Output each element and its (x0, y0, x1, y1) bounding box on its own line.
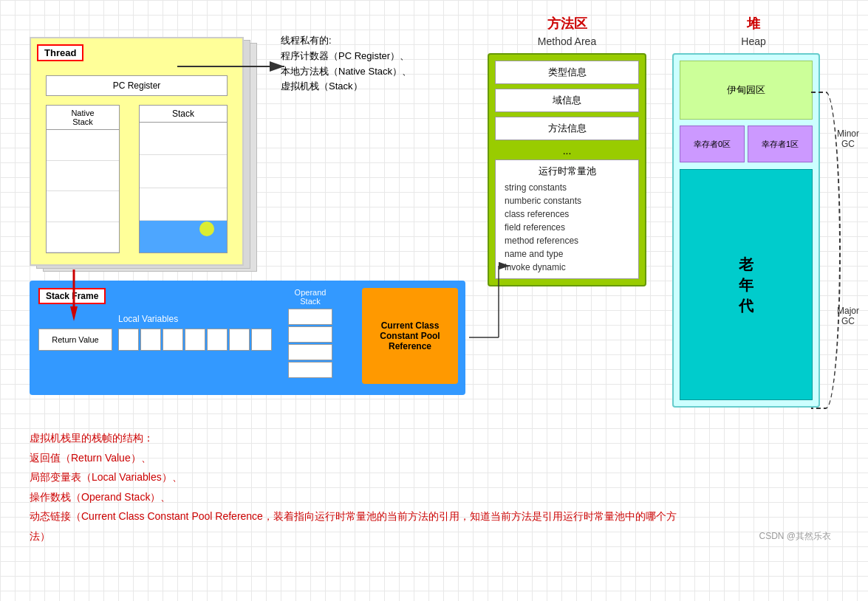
stack-rows (140, 123, 227, 253)
main-container: Thread PC Register NativeStack (0, 0, 868, 601)
stack-area: Stack (139, 105, 228, 253)
method-area-box: 类型信息 域信息 方法信息 ... 运行时常量池 string constant… (488, 53, 646, 286)
watermark: CSDN @其然乐衣 (759, 530, 831, 543)
stack-row (140, 155, 227, 188)
current-class-label: Current ClassConstant PoolReference (380, 320, 440, 351)
survivor-1-label: 幸存者1区 (762, 139, 799, 150)
operand-cells (288, 309, 332, 378)
pc-register: PC Register (46, 75, 228, 96)
native-stack-row (47, 222, 119, 253)
annotation-title: 线程私有的: (281, 33, 411, 49)
lv-cell-3 (163, 329, 183, 351)
lv-cell-1 (118, 329, 139, 351)
content-area: Thread PC Register NativeStack (15, 15, 853, 554)
lv-cell-5 (207, 329, 228, 351)
method-area-section: 方法区 Method Area 类型信息 域信息 方法信息 ... 运行时常量池… (488, 15, 646, 406)
heap-title-en: Heap (672, 35, 835, 47)
return-value-box: Return Value (38, 329, 112, 351)
old-gen: 老年代 (680, 169, 813, 400)
pool-item-field: field references (502, 221, 632, 234)
op-cell-2 (288, 326, 332, 343)
pool-item-numeric: numberic constants (502, 194, 632, 207)
native-stack-row (47, 130, 119, 161)
local-vars-cells (118, 329, 272, 351)
annotation-item-3: 虚拟机栈（Stack） (281, 79, 411, 95)
lv-cell-4 (185, 329, 205, 351)
runtime-pool-title: 运行时常量池 (502, 165, 632, 178)
ma-item-type: 类型信息 (495, 61, 639, 84)
pool-item-invoke: invoke dynamic (502, 261, 632, 274)
stack-frame-box: Stack Frame Local Variables Return Value (30, 281, 465, 395)
method-area-title-en: Method Area (488, 35, 646, 47)
diagram-area: Thread PC Register NativeStack (15, 15, 853, 428)
survivor-row: 幸存者0区 幸存者1区 (680, 126, 813, 162)
op-cell-3 (288, 344, 332, 360)
thread-annotation: 线程私有的: 程序计数器（PC Register）、 本地方法栈（Native … (281, 33, 411, 95)
annotation-item-2: 本地方法栈（Native Stack）、 (281, 64, 411, 80)
desc-line4: 操作数栈（Operand Stack）、 (30, 487, 694, 507)
runtime-pool-box: 运行时常量池 string constants numberic constan… (495, 159, 639, 279)
native-stack-label: NativeStack (47, 106, 119, 130)
ma-dots: ... (495, 145, 639, 157)
heap-title-cn: 堆 (672, 15, 835, 32)
ma-item-field: 域信息 (495, 89, 639, 112)
stack-row (140, 188, 227, 221)
stack-row (140, 123, 227, 155)
stack-frame-label: Stack Frame (38, 288, 106, 304)
local-variables-label: Local Variables (118, 314, 178, 324)
gc-label-minor: MinorGC (837, 128, 859, 149)
heap-box: 伊甸园区 幸存者0区 幸存者1区 老年代 (672, 53, 820, 408)
annotation-item-1: 程序计数器（PC Register）、 (281, 49, 411, 64)
heap-section: 堆 Heap 伊甸园区 幸存者0区 幸存者1区 老年代 (672, 15, 835, 406)
cursor-indicator (199, 221, 214, 236)
native-stack-row (47, 161, 119, 192)
pool-item-class: class references (502, 207, 632, 221)
old-gen-label: 老年代 (739, 254, 753, 316)
current-class-box: Current ClassConstant PoolReference (362, 288, 458, 384)
pool-item-method: method references (502, 234, 632, 247)
pool-item-string: string constants (502, 181, 632, 194)
lv-cell-2 (140, 329, 161, 351)
thread-label: Thread (37, 44, 83, 61)
desc-line5: 动态链接（Current Class Constant Pool Referen… (30, 506, 694, 546)
operand-stack-box: OperandStack (288, 288, 332, 378)
operand-stack-title: OperandStack (288, 288, 332, 306)
native-stack-rows (47, 130, 119, 253)
ma-item-method: 方法信息 (495, 117, 639, 140)
native-stack-row (47, 191, 119, 222)
desc-line1: 虚拟机栈里的栈帧的结构： (30, 428, 694, 448)
desc-line2: 返回值（Return Value）、 (30, 448, 694, 468)
stack-row-blue (140, 221, 227, 253)
description-area: 虚拟机栈里的栈帧的结构： 返回值（Return Value）、 局部变量表（Lo… (30, 428, 694, 546)
stack-label: Stack (140, 106, 227, 123)
desc-line3: 局部变量表（Local Variables）、 (30, 467, 694, 487)
gc-label-major: MajorGC (837, 306, 859, 326)
op-cell-4 (288, 362, 332, 378)
survivor-0-label: 幸存者0区 (694, 139, 731, 150)
survivor-1: 幸存者1区 (748, 126, 813, 162)
survivor-0: 幸存者0区 (680, 126, 745, 162)
pool-item-name-type: name and type (502, 247, 632, 261)
lv-cell-6 (229, 329, 250, 351)
method-area-title-cn: 方法区 (488, 15, 646, 32)
op-cell-1 (288, 309, 332, 325)
lv-cell-7 (251, 329, 272, 351)
native-stack-area: NativeStack (46, 105, 120, 253)
eden-zone: 伊甸园区 (680, 61, 813, 120)
